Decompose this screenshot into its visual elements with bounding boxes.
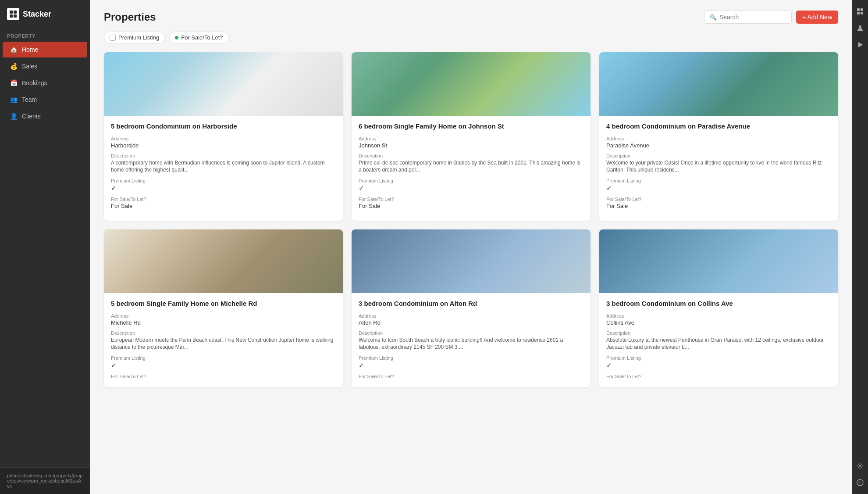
rail-settings-icon[interactable] (853, 459, 867, 473)
address-label-3: Address (606, 136, 831, 141)
filter-bar: Premium Listing For Sale/To Let? (104, 32, 838, 43)
card-body-6: 3 bedroom Condominium on Collins Ave Add… (599, 293, 838, 387)
property-card-3[interactable]: 4 bedroom Condominium on Paradise Avenue… (599, 52, 838, 221)
filter-forsale[interactable]: For Sale/To Let? (169, 32, 228, 43)
property-image-5 (352, 229, 591, 293)
sale-label-5: For Sale/To Let? (359, 374, 583, 379)
sale-value-2: For Sale (359, 203, 583, 209)
svg-marker-9 (858, 42, 863, 47)
sidebar-item-bookings-label: Bookings (22, 79, 47, 86)
premium-check-6: ✓ (606, 362, 831, 369)
main-content: Properties 🔍 + Add New Premium Listing F… (90, 0, 852, 494)
address-label-1: Address (111, 136, 336, 141)
sidebar-item-sales[interactable]: 💰 Sales (3, 58, 87, 74)
desc-label-5: Description (359, 330, 583, 336)
sidebar-item-team[interactable]: 👥 Team (3, 92, 87, 107)
address-value-4: Michelle Rd (111, 319, 336, 326)
address-value-1: Harborside (111, 142, 336, 149)
premium-check-2: ✓ (359, 184, 583, 192)
property-card-4[interactable]: 5 bedroom Single Family Home on Michelle… (104, 229, 343, 387)
sale-value-3: For Sale (606, 203, 831, 209)
desc-value-1: A contemporary home with Bermudian influ… (111, 159, 336, 174)
property-image-4 (104, 229, 343, 293)
address-label-6: Address (606, 313, 831, 319)
premium-label-2: Premium Listing (359, 178, 583, 183)
premium-label-3: Premium Listing (606, 178, 831, 183)
premium-checkbox[interactable] (110, 35, 116, 41)
premium-label-4: Premium Listing (111, 355, 336, 361)
address-value-2: Johnson St (359, 142, 583, 149)
address-label-4: Address (111, 313, 336, 319)
card-title-2: 6 bedroom Single Family Home on Johnson … (359, 122, 583, 131)
page-title: Properties (104, 11, 156, 23)
search-input[interactable] (719, 14, 786, 21)
desc-value-5: Welcome to Icon South Beach a truly icon… (359, 336, 583, 351)
svg-rect-7 (861, 12, 863, 14)
sidebar-item-sales-label: Sales (22, 63, 37, 70)
property-image-2 (352, 52, 591, 116)
svg-rect-6 (857, 12, 860, 14)
premium-check-1: ✓ (111, 184, 336, 192)
clients-icon: 👤 (10, 112, 18, 120)
sidebar: Stacker Property 🏠 Home 💰 Sales 📅 Bookin… (0, 0, 90, 494)
address-label-2: Address (359, 136, 583, 141)
filter-premium[interactable]: Premium Listing (104, 32, 165, 43)
card-title-3: 4 bedroom Condominium on Paradise Avenue (606, 122, 831, 131)
card-title-6: 3 bedroom Condominium on Collins Ave (606, 299, 831, 308)
card-body-3: 4 bedroom Condominium on Paradise Avenue… (599, 116, 838, 221)
desc-value-6: Absolute Luxury at the newest Penthouse … (606, 336, 831, 351)
card-body-5: 3 bedroom Condominium on Alton Rd Addres… (352, 293, 591, 387)
desc-label-4: Description (111, 330, 336, 336)
svg-rect-1 (14, 11, 17, 14)
property-card-5[interactable]: 3 bedroom Condominium on Alton Rd Addres… (352, 229, 591, 387)
property-card-2[interactable]: 6 bedroom Single Family Home on Johnson … (352, 52, 591, 221)
sale-label-3: For Sale/To Let? (606, 197, 831, 202)
rail-grid-icon[interactable] (853, 4, 867, 18)
desc-value-2: Prime cul-de-sac contemporary home in Ga… (359, 159, 583, 174)
card-image-wrapper-5 (352, 229, 591, 293)
sidebar-item-clients[interactable]: 👤 Clients (3, 108, 87, 124)
right-rail: ? (852, 0, 868, 494)
card-body-1: 5 bedroom Condominium on Harborside Addr… (104, 116, 343, 221)
card-title-4: 5 bedroom Single Family Home on Michelle… (111, 299, 336, 308)
sidebar-footer-url: pdocs.stackerhq.com/property/properties/… (0, 467, 90, 494)
add-new-button[interactable]: + Add New (796, 11, 838, 24)
bookings-icon: 📅 (10, 79, 18, 87)
address-value-5: Alton Rd (359, 319, 583, 326)
property-grid: 5 bedroom Condominium on Harborside Addr… (104, 52, 838, 387)
svg-rect-3 (14, 14, 17, 18)
svg-text:?: ? (859, 481, 861, 485)
rail-help-icon[interactable]: ? (853, 476, 867, 490)
property-card-1[interactable]: 5 bedroom Condominium on Harborside Addr… (104, 52, 343, 221)
forsale-dot (175, 36, 178, 39)
premium-label-5: Premium Listing (359, 355, 583, 361)
premium-check-5: ✓ (359, 362, 583, 369)
search-icon: 🔍 (710, 14, 717, 21)
sidebar-item-home[interactable]: 🏠 Home (3, 42, 87, 57)
desc-label-6: Description (606, 330, 831, 336)
card-title-1: 5 bedroom Condominium on Harborside (111, 122, 336, 131)
card-body-4: 5 bedroom Single Family Home on Michelle… (104, 293, 343, 387)
sidebar-item-clients-label: Clients (22, 113, 41, 120)
premium-label-6: Premium Listing (606, 355, 831, 361)
sale-label-1: For Sale/To Let? (111, 197, 336, 202)
desc-value-4: European Modern meets the Palm Beach coa… (111, 336, 336, 351)
sale-label-4: For Sale/To Let? (111, 374, 336, 379)
page-header: Properties 🔍 + Add New (104, 11, 838, 24)
app-logo: Stacker (0, 0, 90, 27)
property-card-6[interactable]: 3 bedroom Condominium on Collins Ave Add… (599, 229, 838, 387)
rail-user-icon[interactable] (853, 21, 867, 35)
sale-label-2: For Sale/To Let? (359, 197, 583, 202)
card-image-wrapper-3 (599, 52, 838, 116)
premium-check-3: ✓ (606, 184, 831, 192)
sidebar-item-bookings[interactable]: 📅 Bookings (3, 75, 87, 91)
address-value-6: Collins Ave (606, 319, 831, 326)
card-image-wrapper-2 (352, 52, 591, 116)
sidebar-section-label: Property (0, 27, 90, 41)
rail-play-icon[interactable] (853, 38, 867, 52)
search-box[interactable]: 🔍 (704, 11, 792, 24)
card-title-5: 3 bedroom Condominium on Alton Rd (359, 299, 583, 308)
property-image-1 (104, 52, 343, 116)
card-image-wrapper-6 (599, 229, 838, 293)
app-name: Stacker (23, 10, 51, 19)
